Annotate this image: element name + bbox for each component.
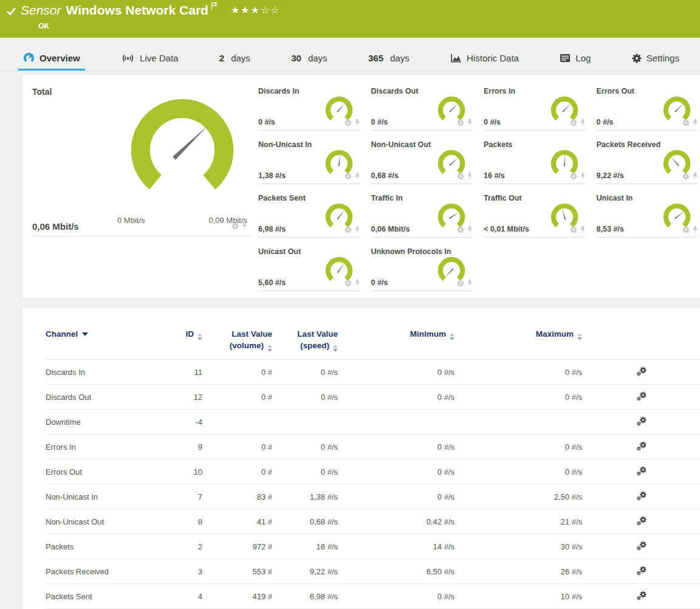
gear-icon[interactable] [457, 225, 464, 236]
gauge-tile-unknown-protocols-in: Unknown Protocols In 0 #/s [371, 247, 473, 291]
channel-name[interactable]: Downtime [46, 410, 161, 435]
gauge-tile-non-unicast-in: Non-Unicast In 1,38 #/s [258, 140, 360, 184]
last-value-volume: 0 # [202, 435, 272, 459]
minimum-value: 0 #/s [338, 484, 455, 509]
star-filled-icon[interactable]: ★ [241, 5, 250, 15]
gear-icon[interactable] [457, 171, 464, 182]
pin-icon[interactable] [692, 171, 698, 182]
tab-live-data[interactable]: Live Data [116, 53, 183, 71]
priority-stars[interactable]: ★★★☆☆ [231, 4, 281, 16]
channel-settings-icon[interactable] [636, 591, 647, 600]
channel-settings-icon[interactable] [636, 516, 647, 526]
tab-365-days[interactable]: 365 days [363, 53, 414, 71]
channel-name[interactable]: Discards Out [46, 385, 161, 410]
gear-icon[interactable] [570, 118, 577, 129]
channel-settings-icon[interactable] [636, 466, 647, 476]
channel-name[interactable]: Packets Sent [46, 584, 161, 609]
tab-30-days[interactable]: 30 days [286, 53, 332, 71]
column-header-maximum[interactable]: Maximum [455, 328, 582, 360]
channel-name[interactable]: Errors Out [46, 459, 161, 484]
pin-icon[interactable] [580, 225, 586, 236]
pin-icon[interactable] [354, 225, 360, 236]
channel-name[interactable]: Non-Unicast Out [46, 509, 161, 534]
last-value-volume: 41 # [202, 509, 272, 534]
channel-settings-icon[interactable] [636, 541, 647, 551]
pin-icon[interactable] [692, 118, 698, 129]
gear-icon[interactable] [570, 225, 577, 236]
gear-icon[interactable] [345, 171, 352, 182]
gauge-value: 0 #/s [258, 118, 275, 126]
column-header-last-value[interactable]: Last Value(speed) [272, 328, 338, 360]
channel-name[interactable]: Non-Unicast In [46, 484, 161, 509]
column-header-minimum[interactable]: Minimum [338, 328, 455, 360]
tab-log[interactable]: Log [555, 53, 595, 71]
channel-name[interactable]: Discards In [46, 360, 161, 385]
gauge-tile-errors-in: Errors In 0 #/s [484, 87, 586, 131]
minimum-value: 0 #/s [338, 459, 455, 484]
pin-icon[interactable] [580, 118, 586, 129]
channel-id: 10 [161, 459, 202, 484]
column-header-id[interactable]: ID [161, 328, 202, 360]
gear-icon[interactable] [682, 171, 690, 182]
channel-settings-icon[interactable] [636, 566, 647, 576]
channel-name[interactable]: Packets Received [46, 559, 161, 584]
sort-arrows-icon[interactable] [577, 333, 582, 340]
gauge-tile-errors-out: Errors Out 0 #/s [597, 87, 699, 131]
pin-icon[interactable] [354, 118, 360, 129]
object-kind-label: Sensor [21, 3, 61, 18]
sort-arrows-icon[interactable] [267, 345, 272, 352]
tab-2-days[interactable]: 2 days [214, 53, 255, 71]
gear-icon[interactable] [570, 171, 577, 182]
pin-icon[interactable] [354, 278, 360, 289]
sort-desc-icon[interactable] [82, 332, 88, 336]
maximum-value: 0 #/s [455, 459, 582, 484]
gauge-tile-unicast-out: Unicast Out 5,60 #/s [258, 247, 360, 291]
pin-icon[interactable] [467, 171, 473, 182]
last-value-speed: 6,98 #/s [272, 584, 338, 609]
tab-historic-data[interactable]: Historic Data [445, 53, 524, 71]
column-header-channel[interactable]: Channel [46, 328, 161, 360]
gear-icon[interactable] [345, 225, 352, 236]
gear-icon[interactable] [682, 225, 690, 236]
priority-flag-icon[interactable] [211, 2, 218, 13]
table-row: Discards Out 12 0 # 0 #/s 0 #/s 0 #/s [46, 385, 700, 410]
gear-icon[interactable] [345, 118, 352, 129]
channel-settings-icon[interactable] [636, 391, 647, 401]
channel-settings-icon[interactable] [636, 416, 647, 426]
channel-id: 9 [161, 435, 202, 459]
sort-arrows-icon[interactable] [197, 333, 202, 340]
channel-name[interactable]: Errors In [46, 435, 161, 459]
star-empty-icon[interactable]: ☆ [261, 5, 270, 15]
gear-icon[interactable] [457, 118, 464, 129]
pin-icon[interactable] [354, 171, 360, 182]
pin-icon[interactable] [241, 221, 247, 232]
channel-settings-icon[interactable] [636, 366, 647, 376]
star-filled-icon[interactable]: ★ [231, 5, 241, 15]
tab-overview[interactable]: Overview [18, 53, 85, 71]
tab-settings[interactable]: Settings [627, 53, 684, 71]
gauge-tile-non-unicast-out: Non-Unicast Out 0,68 #/s [371, 140, 473, 184]
pin-icon[interactable] [580, 171, 586, 182]
gear-icon[interactable] [345, 278, 352, 289]
last-value-volume [202, 410, 272, 435]
total-gauge [117, 83, 247, 210]
maximum-value: 0 #/s [455, 360, 582, 385]
tab-label-strong: 2 [219, 53, 224, 63]
pin-icon[interactable] [467, 118, 473, 129]
star-empty-icon[interactable]: ☆ [270, 5, 280, 15]
channel-settings-icon[interactable] [636, 491, 647, 501]
star-filled-icon[interactable]: ★ [251, 5, 261, 15]
sort-arrows-icon[interactable] [333, 345, 338, 352]
pin-icon[interactable] [467, 278, 473, 289]
channel-name[interactable]: Packets [46, 534, 161, 559]
column-header-actions[interactable] [582, 328, 700, 360]
gauge-tile-traffic-in: Traffic In 0,06 Mbit/s [371, 194, 473, 238]
sort-arrows-icon[interactable] [450, 333, 455, 340]
pin-icon[interactable] [692, 225, 698, 236]
gear-icon[interactable] [682, 118, 690, 129]
gear-icon[interactable] [232, 221, 239, 232]
gear-icon[interactable] [457, 278, 464, 289]
column-header-last-value[interactable]: Last Value(volume) [202, 328, 272, 360]
channel-settings-icon[interactable] [636, 441, 647, 451]
pin-icon[interactable] [467, 225, 473, 236]
